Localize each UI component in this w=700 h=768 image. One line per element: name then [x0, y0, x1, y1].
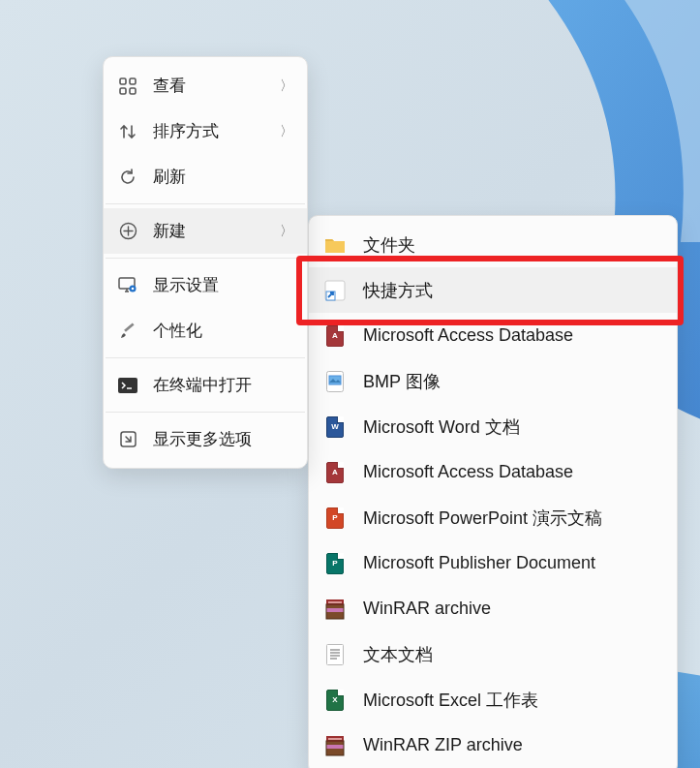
access-icon: A	[324, 325, 346, 347]
desktop-context-menu: 查看 〉 排序方式 〉 刷新 新建 〉	[103, 56, 308, 469]
refresh-icon	[117, 167, 138, 188]
submenu-item-excel[interactable]: X Microsoft Excel 工作表	[309, 677, 677, 722]
svg-rect-3	[130, 88, 136, 94]
menu-item-label: 个性化	[153, 320, 293, 342]
chevron-right-icon: 〉	[280, 77, 293, 95]
submenu-item-text[interactable]: 文本文档	[309, 631, 677, 677]
shortcut-icon	[324, 280, 346, 301]
submenu-item-folder[interactable]: 文件夹	[309, 222, 677, 267]
submenu-item-publisher[interactable]: P Microsoft Publisher Document	[309, 540, 677, 586]
submenu-item-label: Microsoft Access Database	[363, 462, 573, 482]
submenu-item-label: 快捷方式	[363, 279, 433, 302]
submenu-item-winrar[interactable]: WinRAR archive	[309, 586, 677, 631]
new-submenu: 文件夹 快捷方式 A Microsoft Access Database BMP…	[308, 215, 678, 768]
svg-rect-2	[120, 88, 126, 94]
svg-rect-19	[327, 644, 344, 664]
submenu-item-label: Microsoft PowerPoint 演示文稿	[363, 507, 602, 530]
svg-rect-16	[328, 601, 342, 603]
submenu-item-label: Microsoft Publisher Document	[363, 553, 595, 573]
menu-item-label: 刷新	[153, 166, 293, 188]
menu-item-label: 显示更多选项	[153, 428, 293, 450]
excel-icon: X	[324, 690, 346, 711]
svg-point-7	[132, 287, 135, 290]
brush-icon	[117, 321, 138, 342]
folder-icon	[324, 234, 346, 256]
submenu-item-bmp[interactable]: BMP 图像	[309, 358, 677, 404]
submenu-item-winrar-zip[interactable]: WinRAR ZIP archive	[309, 722, 677, 768]
svg-rect-8	[118, 378, 137, 393]
submenu-item-shortcut[interactable]: 快捷方式	[309, 267, 677, 313]
menu-item-label: 查看	[153, 75, 280, 97]
menu-separator	[106, 357, 305, 358]
menu-item-open-terminal[interactable]: 在终端中打开	[104, 362, 307, 408]
display-settings-icon	[117, 275, 138, 296]
submenu-item-access-db-1[interactable]: A Microsoft Access Database	[309, 313, 677, 358]
submenu-item-label: WinRAR ZIP archive	[363, 735, 523, 755]
more-options-icon	[117, 429, 138, 450]
access-icon: A	[324, 462, 346, 483]
submenu-item-access-db-2[interactable]: A Microsoft Access Database	[309, 449, 677, 495]
menu-separator	[106, 412, 305, 413]
menu-item-sort[interactable]: 排序方式 〉	[104, 108, 307, 154]
chevron-right-icon: 〉	[280, 223, 293, 240]
grid-icon	[117, 76, 138, 97]
submenu-item-label: Microsoft Access Database	[363, 325, 573, 346]
menu-item-display-settings[interactable]: 显示设置	[104, 262, 307, 308]
svg-rect-0	[120, 78, 126, 84]
menu-item-label: 显示设置	[153, 274, 293, 296]
submenu-item-powerpoint[interactable]: P Microsoft PowerPoint 演示文稿	[309, 495, 677, 540]
svg-rect-1	[130, 78, 136, 84]
menu-separator	[106, 203, 305, 204]
menu-item-label: 在终端中打开	[153, 374, 293, 396]
plus-circle-icon	[117, 221, 138, 242]
menu-item-view[interactable]: 查看 〉	[104, 63, 307, 108]
menu-item-personalize[interactable]: 个性化	[104, 308, 307, 353]
menu-separator	[106, 258, 305, 259]
submenu-item-word[interactable]: W Microsoft Word 文档	[309, 404, 677, 449]
submenu-item-label: Microsoft Word 文档	[363, 415, 520, 439]
word-icon: W	[324, 416, 346, 438]
chevron-right-icon: 〉	[280, 123, 293, 140]
svg-rect-22	[328, 738, 342, 740]
sort-icon	[117, 121, 138, 142]
menu-item-new[interactable]: 新建 〉	[104, 208, 307, 254]
submenu-item-label: Microsoft Excel 工作表	[363, 689, 538, 712]
menu-item-label: 新建	[153, 220, 280, 242]
bmp-icon	[324, 371, 346, 392]
menu-item-refresh[interactable]: 刷新	[104, 154, 307, 200]
submenu-item-label: WinRAR archive	[363, 599, 491, 619]
winrar-zip-icon	[324, 735, 346, 756]
menu-item-label: 排序方式	[153, 120, 280, 142]
submenu-item-label: BMP 图像	[363, 370, 441, 393]
publisher-icon: P	[324, 553, 346, 574]
svg-rect-17	[326, 608, 344, 612]
powerpoint-icon: P	[324, 507, 346, 529]
menu-item-more-options[interactable]: 显示更多选项	[104, 416, 307, 462]
svg-rect-23	[326, 745, 344, 749]
svg-rect-13	[329, 376, 341, 384]
terminal-icon	[117, 375, 138, 396]
submenu-item-label: 文件夹	[363, 233, 415, 257]
text-file-icon	[324, 644, 346, 665]
winrar-icon	[324, 599, 346, 620]
submenu-item-label: 文本文档	[363, 643, 433, 666]
